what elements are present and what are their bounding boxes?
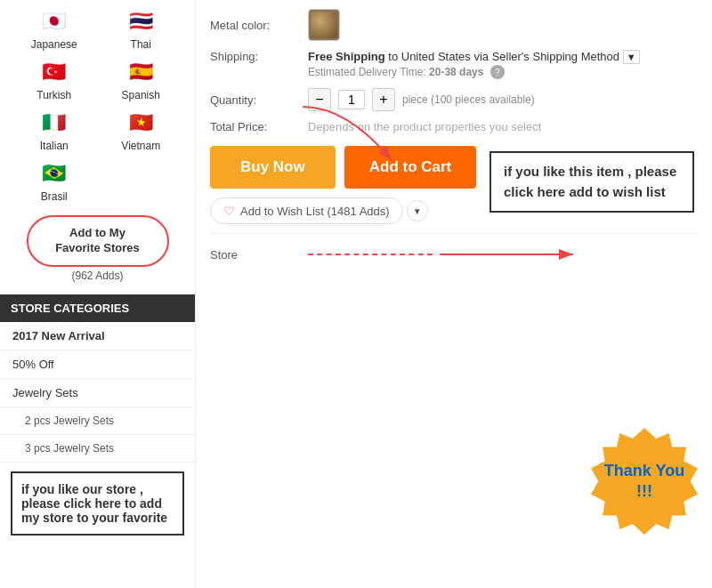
lang-japanese[interactable]: 🇯🇵 Japanese bbox=[14, 7, 94, 51]
metal-color-swatch[interactable] bbox=[308, 9, 340, 41]
language-grid: 🇯🇵 Japanese 🇹🇭 Thai 🇹🇷 Turkish 🇪🇸 Spanis… bbox=[0, 0, 195, 206]
lang-label-vietnam: Vietnam bbox=[121, 140, 160, 152]
heart-icon: ♡ bbox=[223, 204, 235, 218]
shipping-info: Free Shipping to United States via Selle… bbox=[308, 50, 640, 79]
store-row: Store bbox=[210, 233, 698, 268]
favorite-stores-count: (962 Adds) bbox=[71, 270, 123, 282]
category-2pcs-jewelry-sets[interactable]: 2 pcs Jewelry Sets bbox=[0, 407, 195, 435]
main-content: Metal color: Shipping: Free Shipping to … bbox=[196, 0, 712, 588]
category-3pcs-jewelry-sets[interactable]: 3 pcs Jewelry Sets bbox=[0, 435, 195, 463]
store-arrow-svg bbox=[440, 241, 582, 268]
category-50-off[interactable]: 50% Off bbox=[0, 350, 195, 379]
sidebar: 🇯🇵 Japanese 🇹🇭 Thai 🇹🇷 Turkish 🇪🇸 Spanis… bbox=[0, 0, 196, 588]
category-list: 2017 New Arrival 50% Off Jewelry Sets 2 … bbox=[0, 322, 195, 463]
delivery-estimate: Estimated Delivery Time: 20-38 days ? bbox=[308, 65, 640, 79]
lang-italian[interactable]: 🇮🇹 Italian bbox=[14, 109, 94, 152]
thankyou-text: Thank You!!! bbox=[604, 461, 684, 503]
flag-brasil: 🇧🇷 bbox=[34, 159, 75, 188]
flag-vietnam: 🇻🇳 bbox=[120, 109, 161, 137]
swatch-color bbox=[311, 12, 337, 38]
total-price-row: Total Price: Depends on the product prop… bbox=[210, 120, 698, 133]
store-separator bbox=[308, 254, 433, 255]
lang-spanish[interactable]: 🇪🇸 Spanish bbox=[101, 58, 182, 101]
flag-thai: 🇹🇭 bbox=[120, 7, 161, 36]
lang-label-spanish: Spanish bbox=[122, 89, 160, 101]
flag-spanish: 🇪🇸 bbox=[120, 58, 161, 86]
quantity-row: Quantity: − 1 + piece (100 pieces availa… bbox=[210, 88, 698, 111]
lang-label-brasil: Brasil bbox=[41, 190, 68, 203]
shipping-row: Shipping: Free Shipping to United States… bbox=[210, 50, 698, 79]
wishlist-label: Add to Wish List (1481 Adds) bbox=[240, 205, 390, 218]
add-to-favorite-stores-button[interactable]: Add to MyFavorite Stores bbox=[27, 215, 169, 267]
category-2017-new-arrival[interactable]: 2017 New Arrival bbox=[0, 322, 195, 350]
delivery-days: 20-38 days bbox=[429, 66, 483, 78]
add-to-wishlist-button[interactable]: ♡ Add to Wish List (1481 Adds) bbox=[210, 197, 403, 224]
metal-color-row: Metal color: bbox=[210, 9, 698, 41]
store-annotation-box: if you like our store , please click her… bbox=[11, 471, 184, 536]
lang-label-turkish: Turkish bbox=[36, 89, 71, 101]
wishlist-annotation-box: if you like this item , please click her… bbox=[490, 151, 694, 213]
category-jewelry-sets[interactable]: Jewelry Sets bbox=[0, 379, 195, 407]
wishlist-dropdown-button[interactable]: ▼ bbox=[407, 200, 428, 222]
flag-japanese: 🇯🇵 bbox=[34, 7, 75, 36]
lang-thai[interactable]: 🇹🇭 Thai bbox=[101, 7, 182, 51]
dropdown-icon[interactable]: ▼ bbox=[623, 50, 640, 64]
thankyou-section: Thank You!!! bbox=[591, 428, 698, 535]
metal-color-label: Metal color: bbox=[210, 19, 308, 32]
lang-vietnam[interactable]: 🇻🇳 Vietnam bbox=[101, 109, 182, 152]
flag-italian: 🇮🇹 bbox=[34, 109, 75, 137]
thankyou-starburst: Thank You!!! bbox=[591, 428, 698, 535]
help-icon[interactable]: ? bbox=[490, 65, 505, 79]
lang-label-thai: Thai bbox=[131, 38, 151, 51]
store-label: Store bbox=[210, 248, 308, 262]
shipping-destination: to United States via Seller's Shipping M… bbox=[388, 50, 622, 63]
lang-brasil[interactable]: 🇧🇷 Brasil bbox=[14, 159, 94, 203]
wishlist-annotation-section: if you like this item , please click her… bbox=[490, 151, 694, 213]
wishlist-arrow-svg bbox=[294, 98, 400, 169]
shipping-label: Shipping: bbox=[210, 50, 308, 63]
favorite-stores-section: Add to MyFavorite Stores (962 Adds) bbox=[0, 206, 195, 289]
shipping-text: Free Shipping to United States via Selle… bbox=[308, 50, 640, 63]
flag-turkish: 🇹🇷 bbox=[34, 58, 75, 86]
store-categories-title: STORE CATEGORIES bbox=[0, 294, 195, 322]
lang-label-japanese: Japanese bbox=[31, 38, 77, 51]
lang-label-italian: Italian bbox=[40, 140, 69, 152]
lang-turkish[interactable]: 🇹🇷 Turkish bbox=[14, 58, 94, 101]
free-shipping-text: Free Shipping bbox=[308, 50, 385, 63]
quantity-available: piece (100 pieces available) bbox=[402, 93, 535, 106]
